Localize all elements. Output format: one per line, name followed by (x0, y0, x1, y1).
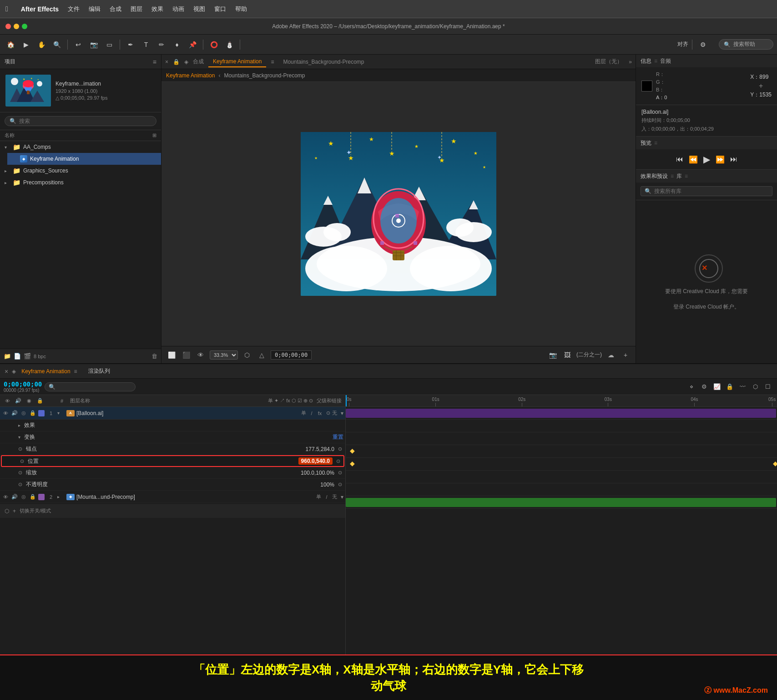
comp-lock-icon[interactable]: 🔒 (173, 59, 180, 65)
new-comp-from-footage[interactable]: 🎬 (24, 353, 31, 360)
layer-expand-2[interactable]: ▸ (57, 494, 65, 499)
frame-forward-button[interactable]: ⏩ (716, 155, 725, 164)
tl-3d-button[interactable]: ☐ (762, 381, 773, 392)
layer-audio-icon[interactable]: 🔊 (11, 410, 18, 416)
hand-tool[interactable]: ✋ (35, 38, 48, 51)
3d-view-button[interactable]: 👁 (195, 350, 206, 360)
transform-expand-icon[interactable]: ▾ (18, 435, 20, 440)
maximize-window-button[interactable] (22, 24, 27, 29)
comp-close-icon[interactable]: × (165, 59, 168, 65)
tl-waypoint-button[interactable]: ⋄ (686, 381, 697, 392)
menu-help[interactable]: 帮助 (235, 5, 247, 13)
skip-to-end-button[interactable]: ⏭ (730, 155, 737, 163)
layer-audio-icon-2[interactable]: 🔊 (11, 494, 18, 500)
layer-expand-1[interactable]: ▾ (57, 411, 65, 416)
breadcrumb-main[interactable]: Keyframe Animation (166, 72, 215, 79)
tl-lock-button[interactable]: 🔒 (724, 381, 735, 392)
show-snapshot-button[interactable]: 🖼 (562, 350, 573, 360)
add-marker-button[interactable]: ⬡ (5, 508, 9, 514)
effects-expand-icon[interactable]: ▸ (18, 423, 20, 428)
timeline-search-input[interactable] (57, 384, 131, 390)
parent-dropdown-1[interactable]: ▾ (341, 410, 343, 416)
cloud-button[interactable]: ☁ (605, 350, 616, 360)
tl-graph-button[interactable]: 📈 (711, 381, 722, 392)
home-button[interactable]: 🏠 (4, 38, 17, 51)
layer-1-row[interactable]: 👁 🔊 ◎ 🔒 1 ▾ A [Balloon.ai] 单 / fx (0, 407, 345, 420)
parent-dropdown-2[interactable]: ▾ (341, 494, 343, 500)
camera-tool[interactable]: 📷 (87, 38, 101, 51)
help-search[interactable]: 🔍 搜索帮助 (719, 39, 773, 50)
close-window-button[interactable] (5, 24, 11, 29)
position-row[interactable]: ⊙ 位置 960.0,540.0 ⊙ (1, 455, 344, 467)
safe-zones-button[interactable]: △ (256, 350, 267, 360)
layer-lock-icon[interactable]: 🔒 (29, 410, 36, 416)
library-tab[interactable]: 库 (676, 172, 682, 180)
new-comp-button[interactable]: 📄 (14, 353, 21, 360)
rect-tool[interactable]: ▭ (102, 38, 116, 51)
zoom-select[interactable]: 33.3% 50% 100% (210, 350, 238, 360)
menu-window[interactable]: 窗口 (214, 5, 226, 13)
add-button[interactable]: + (620, 350, 631, 360)
fx-switch-1[interactable]: fx (316, 410, 323, 417)
pin-tool[interactable]: 📌 (186, 38, 199, 51)
folder-graphics[interactable]: ▸ 📁 Graphics_Sources (0, 165, 161, 177)
pen-tool[interactable]: ✒ (124, 38, 137, 51)
brush-tool[interactable]: ✏ (155, 38, 168, 51)
layer-solo-icon-2[interactable]: ◎ (20, 494, 27, 500)
region-of-interest-button[interactable]: ⬜ (166, 350, 177, 360)
menu-edit[interactable]: 编辑 (89, 5, 101, 13)
transparency-grid-button[interactable]: ⬛ (181, 350, 192, 360)
comp-tab-active[interactable]: Keyframe Animation (208, 56, 266, 67)
info-audio-tab[interactable]: 音频 (660, 57, 671, 65)
layer-lock-icon-2[interactable]: 🔒 (29, 494, 36, 500)
menu-effect[interactable]: 效果 (151, 5, 163, 13)
delete-button[interactable]: 🗑 (151, 353, 157, 360)
text-tool[interactable]: T (139, 38, 153, 51)
solo-switch-2[interactable]: 单 (315, 493, 322, 501)
menu-animation[interactable]: 动画 (172, 5, 184, 13)
mode-toggle-label[interactable]: 切换开关/模式 (20, 507, 51, 514)
timeline-menu-icon[interactable]: ≡ (74, 368, 77, 375)
menu-file[interactable]: 文件 (68, 5, 80, 13)
project-search-wrap[interactable]: 🔍 (5, 116, 156, 126)
folder-precompositions[interactable]: ▸ 📁 Precompositions (0, 177, 161, 188)
position-value[interactable]: 960.0,540.0 (298, 457, 333, 465)
folder-aa-comps[interactable]: ▾ 📁 AA_Comps (0, 141, 161, 153)
puppet-tool[interactable]: ⛄ (222, 38, 236, 51)
timeline-search[interactable]: 🔍 (45, 382, 136, 391)
tl-frame-blend-button[interactable]: ⬡ (750, 381, 761, 392)
settings-button[interactable]: ⚙ (696, 38, 710, 51)
undo-button[interactable]: ↩ (71, 38, 85, 51)
play-button[interactable]: ▶ (703, 154, 710, 165)
frame-back-button[interactable]: ⏪ (689, 155, 698, 164)
comp-header-icon[interactable]: ◈ (184, 59, 188, 65)
opacity-row[interactable]: ⊙ 不透明度 100% ⊙ (0, 479, 345, 491)
tl-motion-blur-button[interactable]: 〰 (737, 381, 748, 392)
effects-sublayer[interactable]: ▸ 效果 (0, 420, 345, 431)
menu-layer[interactable]: 图层 (131, 5, 142, 13)
minimize-window-button[interactable] (14, 24, 19, 29)
project-panel-menu-icon[interactable]: ≡ (153, 58, 156, 66)
transform-sublayer[interactable]: ▾ 变换 重置 (0, 431, 345, 443)
menu-view[interactable]: 视图 (193, 5, 205, 13)
apple-icon[interactable]:  (5, 5, 8, 13)
tl-zoom-in[interactable]: + (13, 508, 16, 514)
fit-toggle-button[interactable]: ⬡ (242, 350, 252, 360)
tl-settings-button[interactable]: ⚙ (699, 381, 710, 392)
comp-timecode-display[interactable]: 0;00;00;00 (271, 350, 312, 360)
timeline-timecode[interactable]: 0;00;00;00 (4, 380, 42, 388)
comp-overflow-icon[interactable]: » (629, 59, 632, 65)
effects-search-wrap[interactable]: 🔍 (641, 186, 772, 196)
breadcrumb-sub[interactable]: Mountains_Background-Precomp (224, 72, 305, 79)
roto-tool[interactable]: ⭕ (207, 38, 221, 51)
new-folder-button[interactable]: 📁 (4, 353, 11, 360)
comp-tab-mountains[interactable]: Mountains_Background-Precomp (278, 57, 368, 67)
layer-2-row[interactable]: 👁 🔊 ◎ 🔒 2 ▸ ◈ [Mounta...und-Precomp] 单 / (0, 491, 345, 503)
menu-comp[interactable]: 合成 (110, 5, 121, 13)
timeline-close-button[interactable]: × (5, 368, 8, 375)
snapshot-button[interactable]: 📷 (547, 350, 558, 360)
skip-to-start-button[interactable]: ⏮ (676, 155, 683, 163)
effects-search-input[interactable] (654, 188, 768, 194)
layer-visibility-icon-2[interactable]: 👁 (2, 494, 9, 500)
layer-visibility-icon[interactable]: 👁 (2, 411, 9, 416)
